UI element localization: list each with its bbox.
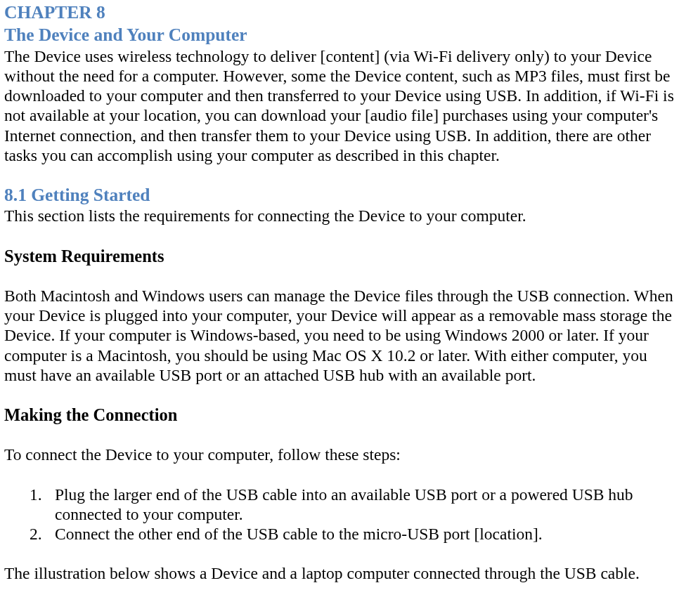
list-item: Plug the larger end of the USB cable int…	[55, 485, 675, 524]
list-item: Connect the other end of the USB cable t…	[55, 524, 675, 544]
making-connection-intro: To connect the Device to your computer, …	[4, 445, 675, 464]
chapter-intro-paragraph: The Device uses wireless technology to d…	[4, 46, 675, 165]
connection-steps-list: Plug the larger end of the USB cable int…	[4, 485, 675, 544]
chapter-title: The Device and Your Computer	[4, 24, 675, 46]
system-requirements-body: Both Macintosh and Windows users can man…	[4, 286, 675, 385]
section-8-1-intro: This section lists the requirements for …	[4, 206, 675, 225]
section-8-1-heading: 8.1 Getting Started	[4, 185, 675, 207]
making-connection-outro: The illustration below shows a Device an…	[4, 563, 675, 583]
making-connection-heading: Making the Connection	[4, 405, 675, 425]
chapter-label: CHAPTER 8	[4, 1, 675, 24]
system-requirements-heading: System Requirements	[4, 246, 675, 266]
